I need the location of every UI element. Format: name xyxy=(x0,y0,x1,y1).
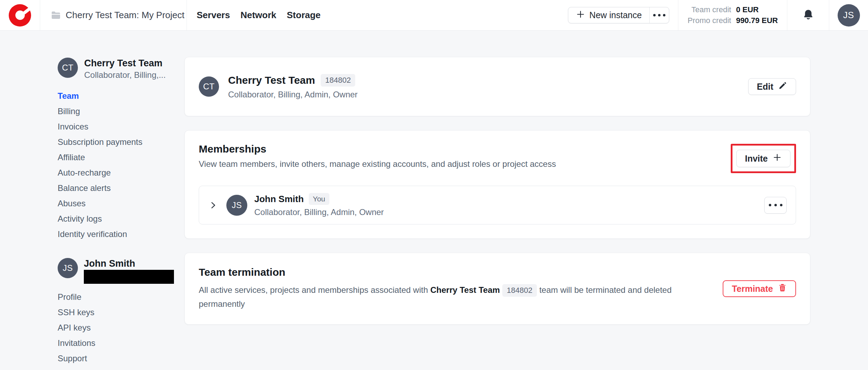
folder-icon xyxy=(51,11,61,20)
member-name: John Smith xyxy=(254,194,304,205)
bell-icon xyxy=(802,8,815,22)
sidebar-item-identity-verification[interactable]: Identity verification xyxy=(58,227,184,242)
sidebar-item-ssh-keys[interactable]: SSH keys xyxy=(58,305,184,320)
sidebar-item-profile[interactable]: Profile xyxy=(58,289,184,305)
termination-description: All active services, projects and member… xyxy=(199,283,684,311)
breadcrumb-label: Cherry Test Team: My Project xyxy=(66,10,184,21)
team-credit-label: Team credit xyxy=(691,5,731,14)
sidebar: CT Cherry Test Team Collaborator, Billin… xyxy=(0,31,184,370)
new-instance-label: New instance xyxy=(589,10,642,20)
trash-icon xyxy=(778,283,787,294)
sidebar-team-switcher[interactable]: CT Cherry Test Team Collaborator, Billin… xyxy=(58,58,184,80)
promo-credit-value: 990.79 EUR xyxy=(736,16,778,25)
sidebar-user-menu: Profile SSH keys API keys Invitations Su… xyxy=(58,289,184,366)
you-badge: You xyxy=(309,193,329,205)
sidebar-user-block[interactable]: JS John Smith xyxy=(58,258,184,284)
termination-team-name: Cherry Test Team xyxy=(430,285,500,295)
sidebar-user-avatar: JS xyxy=(58,258,78,278)
edit-button-label: Edit xyxy=(757,82,773,92)
new-instance-more-button[interactable] xyxy=(649,7,669,23)
user-avatar[interactable]: JS xyxy=(838,4,860,27)
invite-button[interactable]: Invite xyxy=(736,150,790,167)
redacted-email-box xyxy=(84,270,174,284)
page-body: CT Cherry Test Team Collaborator, Billin… xyxy=(0,31,868,370)
team-card-roles: Collaborator, Billing, Admin, Owner xyxy=(228,90,358,99)
ellipsis-icon xyxy=(769,204,771,206)
team-avatar: CT xyxy=(58,58,78,78)
team-card-name: Cherry Test Team xyxy=(228,74,315,86)
sidebar-team-roles: Collaborator, Billing,... xyxy=(84,70,166,80)
ellipsis-icon xyxy=(653,14,665,16)
member-avatar: JS xyxy=(226,195,247,216)
breadcrumb[interactable]: Cherry Test Team: My Project xyxy=(40,0,187,30)
memberships-description: View team members, invite others, manage… xyxy=(199,159,556,169)
sidebar-item-subscription-payments[interactable]: Subscription payments xyxy=(58,134,184,150)
member-row[interactable]: JS John Smith You Collaborator, Billing,… xyxy=(199,186,796,224)
plus-icon xyxy=(576,10,585,21)
sidebar-item-auto-recharge[interactable]: Auto-recharge xyxy=(58,165,184,180)
nav-storage[interactable]: Storage xyxy=(287,8,321,23)
pencil-icon xyxy=(778,81,787,92)
sidebar-item-api-keys[interactable]: API keys xyxy=(58,320,184,335)
team-card-avatar: CT xyxy=(199,76,219,97)
cherry-servers-logo-icon[interactable] xyxy=(9,4,31,27)
invite-button-label: Invite xyxy=(745,154,768,164)
plus-icon xyxy=(773,153,782,164)
header-right: New instance Team credit 0 EUR Promo cre… xyxy=(568,0,868,30)
invite-highlight-annotation: Invite xyxy=(731,144,796,173)
team-credit-value: 0 EUR xyxy=(736,5,778,14)
sidebar-item-activity-logs[interactable]: Activity logs xyxy=(58,211,184,227)
main-content: CT Cherry Test Team 184802 Collaborator,… xyxy=(184,31,868,370)
sidebar-item-affiliate[interactable]: Affiliate xyxy=(58,150,184,165)
new-instance-split-button: New instance xyxy=(568,7,669,23)
sidebar-item-balance-alerts[interactable]: Balance alerts xyxy=(58,180,184,196)
memberships-title: Memberships xyxy=(199,143,556,155)
terminate-button[interactable]: Terminate xyxy=(723,280,796,297)
sidebar-team-menu: Team Billing Invoices Subscription payme… xyxy=(58,88,184,242)
app-window: Cherry Test Team: My Project Servers Net… xyxy=(0,0,868,370)
team-termination-card: Team termination All active services, pr… xyxy=(184,253,810,325)
logo-container xyxy=(0,0,40,30)
sidebar-team-name: Cherry Test Team xyxy=(84,58,166,69)
memberships-card: Memberships View team members, invite ot… xyxy=(184,130,810,239)
sidebar-item-support[interactable]: Support xyxy=(58,351,184,366)
nav-servers[interactable]: Servers xyxy=(197,8,230,23)
main-nav: Servers Network Storage xyxy=(197,0,321,30)
sidebar-item-team[interactable]: Team xyxy=(58,88,184,104)
promo-credit-label: Promo credit xyxy=(687,16,731,25)
top-header: Cherry Test Team: My Project Servers Net… xyxy=(0,0,868,31)
notifications-button[interactable] xyxy=(787,0,829,30)
member-roles: Collaborator, Billing, Admin, Owner xyxy=(254,207,384,217)
credits-panel: Team credit 0 EUR Promo credit 990.79 EU… xyxy=(678,0,787,30)
nav-network[interactable]: Network xyxy=(240,8,276,23)
member-actions-button[interactable] xyxy=(764,197,787,214)
sidebar-item-invoices[interactable]: Invoices xyxy=(58,119,184,134)
termination-title: Team termination xyxy=(199,266,684,278)
edit-team-button[interactable]: Edit xyxy=(748,78,796,95)
sidebar-item-billing[interactable]: Billing xyxy=(58,104,184,119)
sidebar-user-name: John Smith xyxy=(84,258,174,269)
sidebar-item-invitations[interactable]: Invitations xyxy=(58,335,184,351)
user-menu: JS xyxy=(829,0,868,30)
sidebar-item-abuses[interactable]: Abuses xyxy=(58,196,184,211)
team-id-badge: 184802 xyxy=(321,74,355,87)
team-info-card: CT Cherry Test Team 184802 Collaborator,… xyxy=(184,57,810,116)
terminate-button-label: Terminate xyxy=(732,284,773,294)
new-instance-button[interactable]: New instance xyxy=(568,7,649,23)
chevron-right-icon[interactable] xyxy=(208,200,218,210)
termination-id-badge: 184802 xyxy=(502,284,537,297)
